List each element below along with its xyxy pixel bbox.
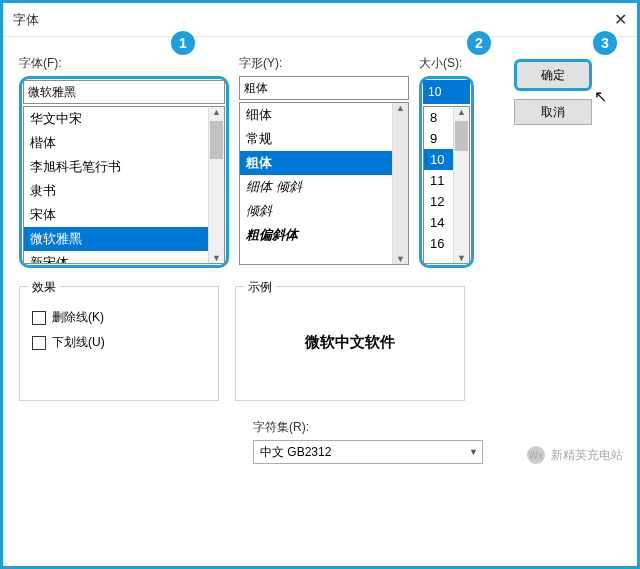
strike-checkbox[interactable]: 删除线(K) bbox=[32, 309, 206, 326]
style-column: 字形(Y): 细体常规粗体细体 倾斜倾斜粗偏斜体 ▲ ▼ bbox=[239, 55, 409, 265]
font-listbox[interactable]: 华文中宋楷体李旭科毛笔行书隶书宋体微软雅黑新宋体 ▲ ▼ bbox=[23, 106, 225, 264]
size-listbox[interactable]: 891011121416 ▲ ▼ bbox=[423, 106, 470, 264]
watermark: Wx 新精英充电站 bbox=[527, 446, 623, 464]
effects-title: 效果 bbox=[28, 279, 60, 296]
scroll-up-icon[interactable]: ▲ bbox=[212, 107, 221, 117]
step-badge-1: 1 bbox=[171, 31, 195, 55]
font-input[interactable] bbox=[23, 80, 225, 104]
dialog-title: 字体 bbox=[13, 11, 39, 29]
style-list-item[interactable]: 细体 倾斜 bbox=[240, 175, 392, 199]
underline-checkbox[interactable]: 下划线(U) bbox=[32, 334, 206, 351]
underline-label: 下划线(U) bbox=[52, 334, 105, 351]
ok-button[interactable]: 确定 bbox=[514, 59, 592, 91]
cancel-button[interactable]: 取消 bbox=[514, 99, 592, 125]
size-list-item[interactable]: 12 bbox=[424, 191, 453, 212]
size-column: 大小(S): 891011121416 ▲ ▼ bbox=[419, 55, 474, 268]
font-list-item[interactable]: 宋体 bbox=[24, 203, 208, 227]
scrollbar[interactable]: ▲ ▼ bbox=[453, 107, 469, 263]
charset-combo[interactable]: 中文 GB2312 ▼ bbox=[253, 440, 483, 464]
scroll-down-icon[interactable]: ▼ bbox=[457, 253, 466, 263]
size-highlight: 891011121416 ▲ ▼ bbox=[419, 76, 474, 268]
checkbox-icon bbox=[32, 336, 46, 350]
style-list-item[interactable]: 细体 bbox=[240, 103, 392, 127]
scroll-down-icon[interactable]: ▼ bbox=[212, 253, 221, 263]
style-list-item[interactable]: 粗体 bbox=[240, 151, 392, 175]
chevron-down-icon: ▼ bbox=[469, 447, 478, 457]
size-list-item[interactable]: 10 bbox=[424, 149, 453, 170]
size-list-item[interactable]: 14 bbox=[424, 212, 453, 233]
scrollbar[interactable]: ▲ ▼ bbox=[392, 103, 408, 264]
style-list-item[interactable]: 粗偏斜体 bbox=[240, 223, 392, 247]
size-label: 大小(S): bbox=[419, 55, 474, 72]
preview-title: 示例 bbox=[244, 279, 276, 296]
step-badge-2: 2 bbox=[467, 31, 491, 55]
font-list-item[interactable]: 隶书 bbox=[24, 179, 208, 203]
font-list-item[interactable]: 新宋体 bbox=[24, 251, 208, 263]
font-highlight: 华文中宋楷体李旭科毛笔行书隶书宋体微软雅黑新宋体 ▲ ▼ bbox=[19, 76, 229, 268]
sample-text: 微软中文软件 bbox=[305, 333, 395, 352]
scroll-down-icon[interactable]: ▼ bbox=[396, 254, 405, 264]
mouse-cursor-icon: ↖ bbox=[594, 87, 607, 106]
size-input[interactable] bbox=[423, 80, 470, 104]
font-list-item[interactable]: 华文中宋 bbox=[24, 107, 208, 131]
wechat-icon: Wx bbox=[527, 446, 545, 464]
close-icon[interactable]: ✕ bbox=[614, 10, 627, 29]
effects-group: 效果 删除线(K) 下划线(U) bbox=[19, 286, 219, 401]
size-list-item[interactable]: 8 bbox=[424, 107, 453, 128]
font-list-item[interactable]: 李旭科毛笔行书 bbox=[24, 155, 208, 179]
style-listbox[interactable]: 细体常规粗体细体 倾斜倾斜粗偏斜体 ▲ ▼ bbox=[239, 102, 409, 265]
watermark-text: 新精英充电站 bbox=[551, 447, 623, 464]
scrollbar[interactable]: ▲ ▼ bbox=[208, 107, 224, 263]
dialog-font: 字体 ✕ 1 2 3 字体(F): 华文中宋楷体李旭科毛笔行书隶书宋体微软雅黑新… bbox=[0, 0, 640, 569]
scroll-up-icon[interactable]: ▲ bbox=[457, 107, 466, 117]
preview-group: 示例 微软中文软件 bbox=[235, 286, 465, 401]
style-label: 字形(Y): bbox=[239, 55, 409, 72]
titlebar: 字体 ✕ bbox=[3, 3, 637, 37]
font-column: 字体(F): 华文中宋楷体李旭科毛笔行书隶书宋体微软雅黑新宋体 ▲ ▼ bbox=[19, 55, 229, 268]
style-list-item[interactable]: 常规 bbox=[240, 127, 392, 151]
font-label: 字体(F): bbox=[19, 55, 229, 72]
size-list-item[interactable]: 11 bbox=[424, 170, 453, 191]
charset-label: 字符集(R): bbox=[253, 419, 483, 436]
strike-label: 删除线(K) bbox=[52, 309, 104, 326]
font-list-item[interactable]: 楷体 bbox=[24, 131, 208, 155]
font-list-item[interactable]: 微软雅黑 bbox=[24, 227, 208, 251]
size-list-item[interactable]: 9 bbox=[424, 128, 453, 149]
charset-value: 中文 GB2312 bbox=[260, 444, 331, 461]
checkbox-icon bbox=[32, 311, 46, 325]
style-list-item[interactable]: 倾斜 bbox=[240, 199, 392, 223]
scroll-up-icon[interactable]: ▲ bbox=[396, 103, 405, 113]
step-badge-3: 3 bbox=[593, 31, 617, 55]
size-list-item[interactable]: 16 bbox=[424, 233, 453, 254]
style-input[interactable] bbox=[239, 76, 409, 100]
